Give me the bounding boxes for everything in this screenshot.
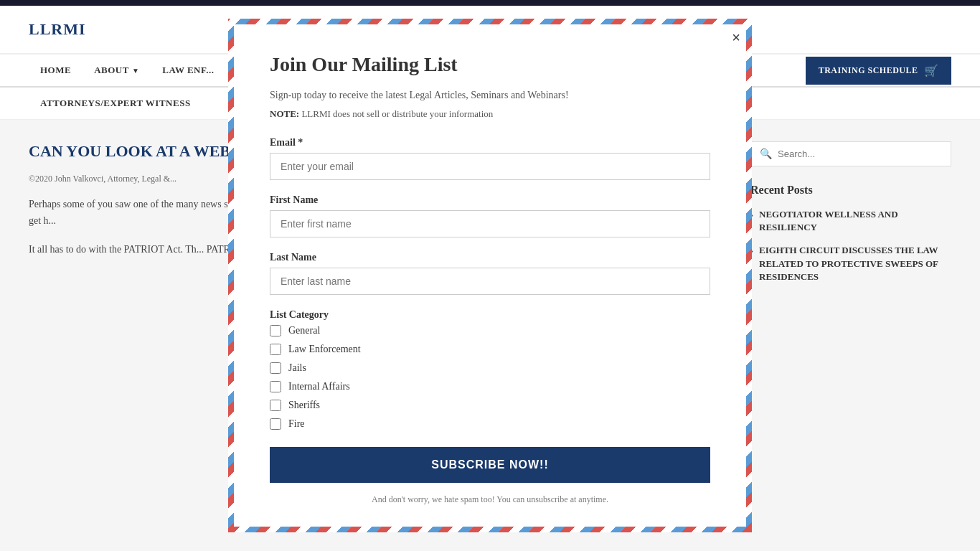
modal-inner: × Join Our Mailing List Sign-up today to… <box>234 24 746 315</box>
last-name-form-group: Last Name <box>270 252 710 295</box>
modal-note-prefix: NOTE: <box>270 108 299 119</box>
first-name-label: First Name <box>270 194 710 206</box>
email-field[interactable] <box>270 153 710 180</box>
modal-overlay: × Join Our Mailing List Sign-up today to… <box>0 0 980 315</box>
last-name-field[interactable] <box>270 268 710 295</box>
first-name-form-group: First Name <box>270 194 710 237</box>
list-category-label: List Category <box>270 309 710 315</box>
first-name-field[interactable] <box>270 210 710 237</box>
modal-note: NOTE: LLRMI does not sell or distribute … <box>270 108 710 120</box>
email-form-group: Email * <box>270 137 710 180</box>
last-name-label: Last Name <box>270 252 710 263</box>
modal-container: × Join Our Mailing List Sign-up today to… <box>228 19 752 315</box>
modal-subtitle: Sign-up today to receive the latest Lega… <box>270 88 710 103</box>
email-label: Email * <box>270 137 710 149</box>
modal-title: Join Our Mailing List <box>270 53 710 76</box>
modal-note-text: LLRMI does not sell or distribute your i… <box>299 108 493 119</box>
list-category-form-group: List Category General Law Enforcement Ja… <box>270 309 710 315</box>
modal-close-button[interactable]: × <box>732 30 740 44</box>
